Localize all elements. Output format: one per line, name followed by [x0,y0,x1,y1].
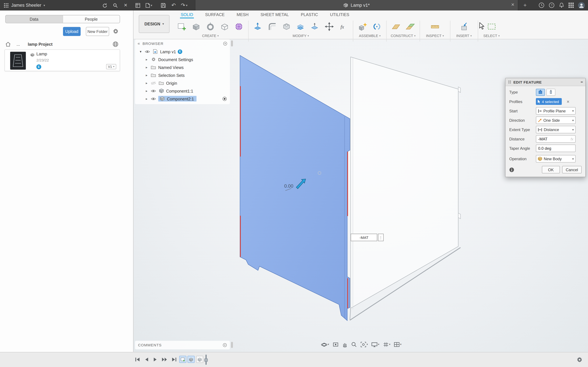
look-at-icon[interactable] [332,342,338,348]
pan-hand-icon[interactable] [342,342,347,348]
browser-item-root[interactable]: ▾ Lamp v1 E [135,48,230,55]
project-card[interactable]: Lamp 2/23/22 E V1▾ [4,50,120,71]
visibility-eye-icon[interactable] [150,89,156,93]
unselected-panel-face[interactable] [351,57,458,308]
expand-arrow-icon[interactable]: ▸ [145,97,148,100]
timeline-feature-sketch[interactable] [179,356,186,363]
tab-solid[interactable]: SOLID [180,11,194,18]
grid-snap-icon[interactable]: ▾ [383,342,390,348]
start-dropdown[interactable]: Profile Plane ▾ [536,107,576,115]
expand-arrow-icon[interactable]: ▸ [145,73,148,77]
browser-item-document-settings[interactable]: ▸ Document Settings [135,55,230,63]
shell-button[interactable] [279,20,294,33]
new-folder-button[interactable]: New Folder [86,27,109,36]
zoom-window-icon[interactable]: ▾ [360,342,368,348]
go-to-end-icon[interactable] [172,357,177,362]
home-icon[interactable] [5,42,11,47]
step-back-icon[interactable] [144,357,149,362]
panel-settings-gear-icon[interactable] [112,28,119,34]
insert-button[interactable] [457,20,471,33]
construct-plane-button[interactable] [389,20,403,33]
data-panel-grid-icon[interactable] [2,0,10,10]
measure-button[interactable] [428,20,442,33]
create-sketch-button[interactable] [175,20,189,33]
browser-item-selection-sets[interactable]: ▸ Selection Sets [135,71,230,79]
step-forward-icon[interactable] [162,357,168,362]
breadcrumb-ellipsis[interactable]: ... [17,42,20,46]
distance-input[interactable]: -MAT fx [536,135,576,143]
combine-button[interactable] [294,20,308,33]
ok-button[interactable]: OK [542,166,560,174]
new-component-button[interactable] [355,20,370,33]
canvas-distance-input[interactable]: -MAT [351,234,377,241]
expand-arrow-icon[interactable]: ▸ [145,65,148,69]
go-to-start-icon[interactable] [135,357,140,362]
joint-button[interactable] [370,20,384,33]
viewports-icon[interactable]: ▾ [394,342,401,348]
timeline-feature-extrude2[interactable] [196,356,203,363]
activate-component-radio[interactable] [222,97,227,101]
panel-menu-icon[interactable] [223,42,227,46]
play-icon[interactable] [153,357,157,362]
browser-item-component1[interactable]: ▸ Component1:1 [135,87,230,95]
save-icon[interactable] [159,0,167,10]
workspace-switcher[interactable]: DESIGN ▾ [139,15,170,33]
fillet-button[interactable] [265,20,279,33]
upload-button[interactable]: Upload [63,27,81,36]
file-new-icon[interactable]: ▾ [144,0,154,10]
taper-angle-input[interactable]: 0.0 deg [536,144,576,152]
group-label-inspect[interactable]: INSPECT▾ [426,34,444,38]
dock-arrows-icon[interactable]: ▸▸ [581,80,583,83]
search-icon[interactable] [111,0,119,10]
close-panel-icon[interactable]: ✕ [121,0,130,10]
group-label-create[interactable]: CREATE▾ [202,34,219,38]
extrude-button[interactable] [189,20,203,33]
display-settings-icon[interactable]: ▾ [371,342,379,348]
revolve-button[interactable] [203,20,217,33]
change-parameters-button[interactable]: fx [336,20,351,33]
undo-icon[interactable]: ↶ [170,0,178,10]
help-icon[interactable]: ? [549,2,555,8]
show-data-panel-icon[interactable] [134,0,142,10]
cancel-button[interactable]: Cancel [562,166,582,174]
browser-item-named-views[interactable]: ▸ Named Views [135,63,230,71]
clear-selection-icon[interactable]: ✕ [567,100,570,104]
selected-panel-face[interactable] [240,55,350,320]
extent-type-dropdown[interactable]: Distance ▾ [536,126,576,133]
notifications-bell-icon[interactable] [559,2,564,8]
group-label-construct[interactable]: CONSTRUCT▾ [391,34,415,38]
orbit-icon[interactable]: ▾ [321,341,329,348]
user-avatar[interactable] [578,2,585,9]
apps-grid-icon[interactable] [569,3,574,8]
move-copy-button[interactable] [322,20,336,33]
tab-utilities[interactable]: UTILITIES [329,11,350,18]
group-label-insert[interactable]: INSERT▾ [456,34,472,38]
comments-bar[interactable]: COMMENTS [135,341,230,350]
tab-surface[interactable]: SURFACE [204,11,225,18]
tab-data[interactable]: Data [6,15,62,23]
expand-arrow-icon[interactable]: ▸ [145,58,148,61]
create-form-button[interactable] [232,20,246,33]
group-label-select[interactable]: SELECT▾ [483,34,500,38]
press-pull-button[interactable] [251,20,265,33]
tab-sheet-metal[interactable]: SHEET METAL [260,11,289,18]
document-tab[interactable]: Lamp v1* ✕ [195,0,518,10]
visibility-eye-icon[interactable] [150,97,156,100]
panel-menu-icon[interactable] [223,343,227,347]
select-button[interactable] [484,20,499,33]
expand-arrow-icon[interactable]: ▸ [145,89,148,93]
tab-plastic[interactable]: PLASTIC [300,11,319,18]
visibility-eye-off-icon[interactable] [150,81,156,85]
redo-icon[interactable]: ↷▾ [179,0,189,10]
zoom-icon[interactable] [351,342,357,348]
tab-mesh[interactable]: MESH [236,11,249,18]
primitive-box-button[interactable] [217,20,232,33]
collapse-panel-icon[interactable]: « [138,41,140,46]
type-extrude-button[interactable] [536,89,545,96]
job-status-icon[interactable] [538,2,545,8]
tab-close-icon[interactable]: ✕ [511,2,515,7]
version-dropdown[interactable]: V1▾ [106,64,116,69]
profiles-selected-chip[interactable]: 4 selected [536,98,562,105]
new-tab-icon[interactable]: ＋ [521,0,529,10]
visibility-eye-icon[interactable] [144,50,150,53]
